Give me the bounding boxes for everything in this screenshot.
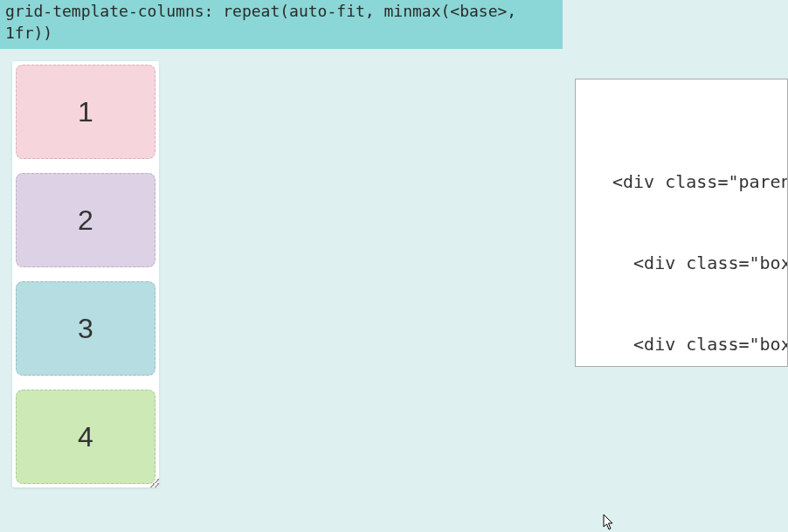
html-code-panel: <div class="parent <div class="box p <di… (575, 79, 788, 367)
grid-demo-container[interactable]: 1 2 3 4 (12, 61, 159, 487)
code-line: <div class="box p (612, 250, 778, 277)
code-line: <div class="parent (612, 169, 778, 196)
css-property-header: grid-template-columns: repeat(auto-fit, … (0, 0, 563, 49)
grid-box-4: 4 (16, 390, 156, 484)
grid-box-2: 2 (16, 173, 156, 267)
grid-box-3: 3 (16, 281, 156, 376)
box-label: 3 (78, 313, 93, 345)
box-label: 4 (78, 421, 93, 453)
css-property-text: grid-template-columns: repeat(auto-fit, … (5, 2, 516, 42)
grid-box-1: 1 (16, 65, 156, 159)
cursor-icon (603, 514, 615, 531)
box-label: 1 (78, 96, 93, 128)
code-line: <div class="box p (612, 331, 778, 358)
box-label: 2 (78, 204, 93, 237)
